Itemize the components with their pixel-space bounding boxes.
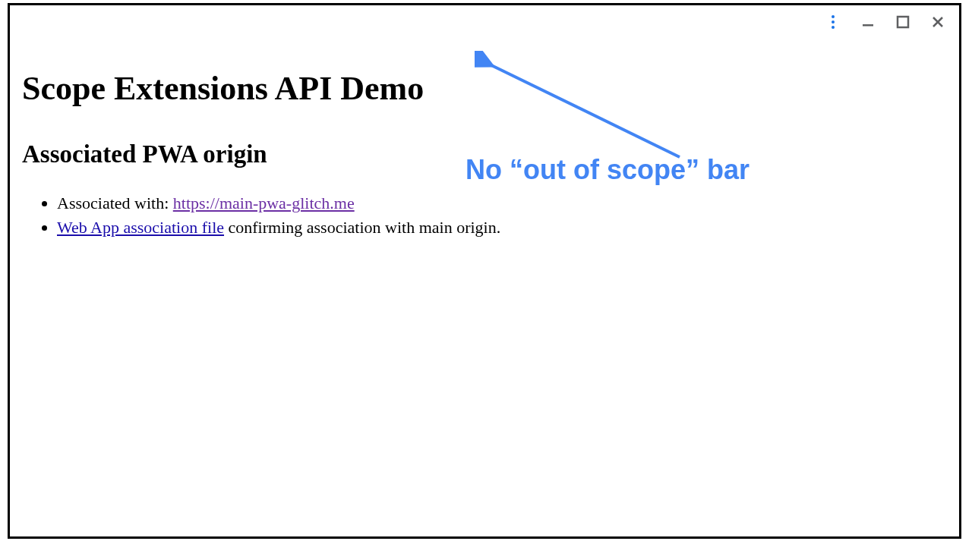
page-title: Scope Extensions API Demo — [22, 69, 947, 109]
close-button[interactable] — [930, 14, 945, 30]
svg-rect-3 — [863, 24, 873, 27]
annotation-label: No “out of scope” bar — [465, 154, 750, 186]
info-list: Associated with: https://main-pwa-glitch… — [22, 192, 947, 238]
svg-point-1 — [832, 20, 835, 24]
svg-point-2 — [832, 26, 835, 29]
list-item: Web App association file confirming asso… — [57, 216, 947, 239]
svg-rect-4 — [898, 17, 908, 27]
association-file-link[interactable]: Web App association file — [57, 218, 224, 237]
association-file-suffix: confirming association with main origin. — [224, 218, 500, 237]
associated-origin-link[interactable]: https://main-pwa-glitch.me — [173, 193, 355, 212]
window-titlebar — [10, 5, 959, 39]
minimize-button[interactable] — [860, 14, 876, 30]
associated-with-label: Associated with: — [57, 193, 173, 212]
maximize-button[interactable] — [895, 14, 910, 30]
kebab-menu-icon[interactable] — [825, 14, 841, 30]
svg-point-0 — [832, 15, 835, 18]
list-item: Associated with: https://main-pwa-glitch… — [57, 192, 947, 215]
app-window: Scope Extensions API Demo Associated PWA… — [8, 3, 961, 539]
